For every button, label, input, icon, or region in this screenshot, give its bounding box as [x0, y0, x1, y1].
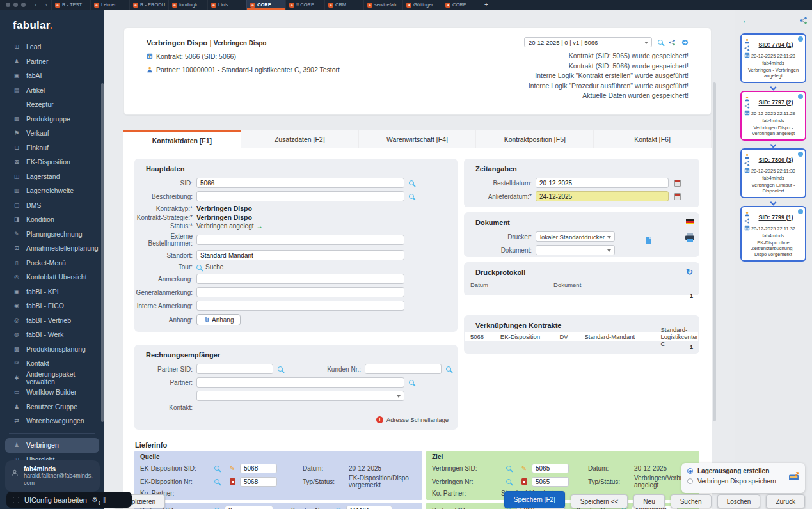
search-icon[interactable]	[446, 366, 451, 372]
share-icon[interactable]	[800, 17, 808, 24]
add-icon[interactable]: +	[376, 416, 383, 423]
sidebar-item[interactable]: ✱ Änderungspaket verwalten	[0, 371, 104, 386]
content-scrollbar[interactable]	[713, 82, 716, 421]
interne-anmerkung-input[interactable]	[196, 301, 404, 311]
back-icon[interactable]: ‹	[31, 2, 41, 8]
speichern-button[interactable]: Speichern [F2]	[504, 491, 565, 508]
sidebar-item[interactable]: ⊞ Lead	[0, 40, 104, 54]
re-partner-input[interactable]	[196, 377, 404, 388]
browser-tab[interactable]: 4 Göttinger	[402, 0, 442, 10]
card-sid-link[interactable]: SID: 7794 (1)	[758, 42, 793, 48]
content-tab[interactable]: Warenwirtschaft [F4]	[359, 130, 477, 148]
search-icon[interactable]	[658, 40, 663, 45]
neu-button[interactable]: Neu	[633, 494, 664, 508]
beschreibung-input[interactable]	[196, 191, 404, 201]
sidebar-item[interactable]: ♟ Verbringen	[5, 438, 99, 453]
notification-icon[interactable]	[798, 152, 803, 157]
calendar-icon[interactable]	[674, 180, 681, 187]
search-icon[interactable]	[506, 479, 511, 484]
browser-tab[interactable]: 4 Leimer	[90, 0, 129, 10]
verknuepfung-row[interactable]: 5068EK-DispositionDVStandard-MandantStan…	[465, 332, 698, 341]
search-icon[interactable]	[214, 466, 219, 471]
sidebar-item[interactable]: ⊟ Einkauf	[0, 141, 104, 155]
browser-tab[interactable]: 4 CORE	[442, 0, 481, 10]
flag-de-icon[interactable]	[686, 219, 694, 224]
activity-card[interactable]: SID: 7799 (1) 20-12-2025 22:11:32 fab4mi…	[740, 206, 806, 262]
sidebar-item[interactable]: ◎ Kontoblatt Übersicht	[0, 270, 104, 285]
pause-icon[interactable]: ∥	[103, 496, 106, 503]
sidebar-item[interactable]: ☰ Rezeptur	[0, 97, 104, 112]
externe-bestellnummer-input[interactable]	[196, 235, 404, 245]
sidebar-item[interactable]: ◎ fabBI - Vertrieb	[0, 313, 104, 328]
forward-icon[interactable]: ›	[41, 2, 51, 8]
sidebar-item[interactable]: ♟ Benutzer Gruppe	[0, 400, 104, 414]
user-card[interactable]: fab4minds harald.falkner@fab4minds.com	[5, 460, 100, 492]
edit-icon[interactable]: ✎	[230, 465, 235, 472]
re-adresse-select[interactable]	[196, 391, 404, 401]
anmerkung-input[interactable]	[196, 274, 404, 284]
browser-tab[interactable]: 4 Linis	[207, 0, 246, 10]
radio-verbringen-dispo[interactable]	[687, 478, 693, 484]
sidebar-item[interactable]: ▣ fabAI	[0, 68, 104, 83]
outbox-icon[interactable]	[788, 471, 799, 483]
new-tab-button[interactable]: +	[484, 1, 488, 8]
notification-icon[interactable]	[798, 94, 803, 99]
notification-icon[interactable]	[798, 209, 803, 214]
adresse-schnellanlage-link[interactable]: Adresse Schnellanlage	[386, 416, 449, 423]
browser-tab[interactable]: 4 servicefab...	[363, 0, 402, 10]
info-icon[interactable]	[681, 39, 689, 46]
version-select[interactable]: 20-12-2025 | 0 | v1 | 5066	[524, 37, 652, 47]
search-icon[interactable]	[409, 180, 414, 185]
quelle-nr-input[interactable]	[240, 477, 277, 487]
search-icon[interactable]	[506, 466, 511, 471]
sidebar-item[interactable]: ◨ Kondition	[0, 212, 104, 227]
card-sid-link[interactable]: SID: 7799 (1)	[758, 214, 793, 221]
sidebar-item[interactable]: ▯ Pocket-Menü	[0, 256, 104, 270]
page-number[interactable]: 1	[464, 290, 699, 302]
sidebar-item[interactable]: ✎ Planungsrechnung	[0, 227, 104, 242]
search-icon[interactable]	[278, 366, 283, 372]
zurueck-button[interactable]: Zurück	[766, 494, 805, 508]
loeschen-button[interactable]: Löschen	[717, 494, 761, 508]
sidebar-item[interactable]: ✉ Kontakt	[0, 356, 104, 371]
sidebar-item[interactable]: ▦ Produktgruppe	[0, 112, 104, 127]
content-tab[interactable]: Kontraktdaten [F1]	[123, 130, 241, 148]
card-sid-link[interactable]: SID: 7797 (2)	[758, 99, 793, 106]
content-tab[interactable]: Zusatzdaten [F2]	[241, 130, 359, 148]
gear-icon[interactable]: ⚙	[92, 496, 98, 503]
sidebar-item[interactable]: ⊡ Annahmestellenplanung	[0, 241, 104, 256]
search-icon[interactable]	[214, 479, 219, 484]
panel-arrow-icon[interactable]: →	[739, 16, 747, 25]
suchen-button[interactable]: Suchen	[671, 494, 712, 508]
sidebar-item[interactable]: ▣ fabBI - KPI	[0, 285, 104, 299]
card-sid-link[interactable]: SID: 7800 (3)	[758, 157, 793, 163]
anlieferdatum-input[interactable]	[536, 191, 669, 201]
search-icon[interactable]	[409, 194, 414, 199]
browser-tab[interactable]: 4 foodlogic	[168, 0, 207, 10]
sidebar-collapse-icon[interactable]: ‹	[98, 498, 100, 507]
activity-card[interactable]: SID: 7797 (2) 20-12-2025 22:11:29 fab4mi…	[740, 91, 806, 141]
sidebar-item[interactable]: ◉ fabBI - FICO	[0, 299, 104, 313]
sidebar-item[interactable]: ▢ DMS	[0, 198, 104, 213]
browser-tab[interactable]: 4 !! CORE	[285, 0, 324, 10]
tour-suche-link[interactable]: Suche	[205, 263, 223, 270]
bestelldatum-input[interactable]	[536, 178, 669, 188]
ziel-sid-input[interactable]	[532, 464, 569, 473]
browser-tab[interactable]: 4 CORE	[246, 0, 285, 10]
status-arrow-icon[interactable]: →	[257, 223, 263, 230]
quelle-sid-input[interactable]	[240, 464, 277, 473]
content-tab[interactable]: Kontakt [F6]	[594, 130, 712, 148]
uiconfig-checkbox[interactable]	[13, 497, 19, 503]
edit-icon[interactable]: ✎	[521, 465, 527, 472]
sidebar-item[interactable]: ♟ Partner	[0, 54, 104, 69]
hierarchy-icon[interactable]	[669, 39, 676, 46]
radio-lagerausgang[interactable]	[687, 468, 693, 474]
refresh-icon[interactable]: ↻	[686, 267, 693, 277]
re-kunden-nr-input[interactable]	[365, 364, 442, 374]
printer-icon[interactable]	[685, 233, 695, 245]
activity-card[interactable]: SID: 7794 (1) 20-12-2025 22:11:28 fab4mi…	[740, 33, 806, 83]
ziel-nr-input[interactable]	[532, 477, 569, 487]
standort-input[interactable]	[196, 250, 404, 260]
sidebar-item[interactable]: ◫ Lagerstand	[0, 169, 104, 184]
window-controls[interactable]	[0, 3, 31, 7]
